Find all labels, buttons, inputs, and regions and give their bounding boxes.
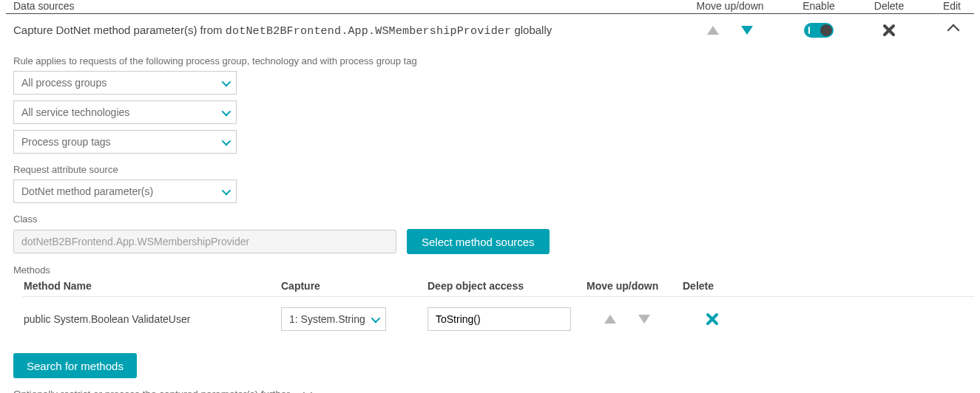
methods-label: Methods: [13, 264, 974, 276]
col-move: Move up/down: [678, 0, 782, 12]
source-label: Request attribute source: [13, 164, 974, 175]
enable-toggle[interactable]: [804, 23, 834, 38]
summary-class: dotNetB2BFrontend.App.WSMembershipProvid…: [226, 25, 511, 38]
chevron-down-icon: [371, 313, 381, 323]
chevron-down-icon: [222, 185, 232, 195]
collapse-icon[interactable]: [947, 24, 960, 37]
class-input[interactable]: [13, 230, 396, 253]
mh-delete: Delete: [683, 280, 742, 292]
process-group-value: All process groups: [21, 77, 107, 89]
process-group-select[interactable]: All process groups: [13, 71, 237, 95]
tags-value: Process group tags: [21, 136, 111, 148]
method-move-up-icon[interactable]: [604, 315, 616, 324]
capture-select[interactable]: 1: System.String: [281, 307, 386, 331]
chevron-down-icon: [222, 77, 232, 86]
mh-capture: Capture: [281, 280, 428, 292]
chevron-down-icon: [222, 106, 232, 116]
col-delete: Delete: [856, 0, 922, 12]
select-method-sources-button[interactable]: Select method sources: [407, 229, 550, 254]
data-source-summary-row: Capture DotNet method parameter(s) from …: [6, 14, 974, 47]
class-label: Class: [13, 213, 974, 225]
capture-value: 1: System.String: [289, 313, 365, 325]
delete-icon[interactable]: [882, 24, 896, 37]
move-up-icon[interactable]: [707, 26, 719, 35]
data-source-summary-text: Capture DotNet method parameter(s) from …: [13, 24, 678, 38]
col-edit: Edit: [922, 0, 974, 12]
process-group-tags-select[interactable]: Process group tags: [13, 130, 237, 154]
data-source-form: Rule applies to requests of the followin…: [6, 55, 974, 393]
method-move-down-icon[interactable]: [638, 315, 650, 324]
expand-restrict-icon[interactable]: [303, 389, 312, 393]
chevron-down-icon: [222, 136, 232, 146]
mh-name: Method Name: [22, 280, 281, 292]
attribute-source-select[interactable]: DotNet method parameter(s): [13, 180, 237, 203]
methods-header-row: Method Name Capture Deep object access M…: [22, 280, 974, 297]
summary-prefix: Capture DotNet method parameter(s) from: [13, 24, 226, 36]
mh-move: Move up/down: [587, 280, 683, 292]
move-down-icon[interactable]: [741, 26, 753, 35]
col-enable: Enable: [782, 0, 856, 12]
technology-value: All service technologies: [21, 106, 129, 118]
summary-suffix: globally: [511, 24, 552, 36]
data-sources-header: Data sources Move up/down Enable Delete …: [6, 0, 974, 14]
deep-access-input[interactable]: [428, 307, 571, 331]
rule-scope-label: Rule applies to requests of the followin…: [13, 55, 974, 66]
mh-deep: Deep object access: [428, 280, 587, 292]
method-name: public System.Boolean ValidateUser: [22, 313, 281, 325]
method-row: public System.Boolean ValidateUser 1: Sy…: [22, 297, 974, 334]
attribute-source-value: DotNet method parameter(s): [21, 185, 153, 197]
search-methods-button[interactable]: Search for methods: [13, 353, 137, 378]
data-sources-title: Data sources: [6, 0, 678, 12]
restrict-label: Optionally restrict or process the captu…: [13, 389, 290, 393]
method-delete-icon[interactable]: [706, 312, 719, 326]
technology-select[interactable]: All service technologies: [13, 100, 237, 124]
